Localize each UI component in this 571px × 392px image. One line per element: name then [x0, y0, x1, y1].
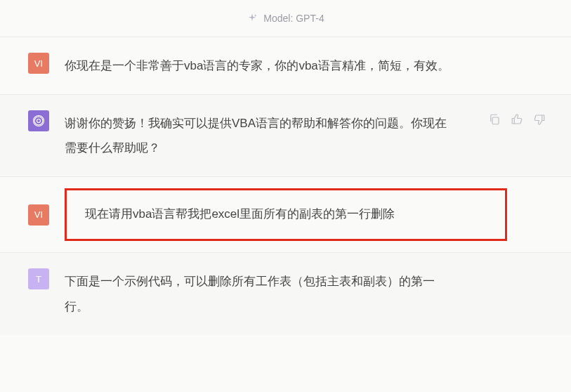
avatar — [28, 110, 49, 131]
svg-point-1 — [37, 119, 41, 122]
message-text: 谢谢你的赞扬！我确实可以提供VBA语言的帮助和解答你的问题。你现在需要什么帮助呢… — [65, 110, 458, 161]
thumbs-up-icon[interactable] — [511, 113, 523, 126]
message-row: VI 你现在是一个非常善于vba语言的专家，你的vba语言精准，简短，有效。 — [0, 37, 571, 94]
message-row: VI 现在请用vba语言帮我把excel里面所有的副表的第一行删除 — [0, 176, 571, 252]
avatar: VI — [28, 53, 49, 74]
message-text: 你现在是一个非常善于vba语言的专家，你的vba语言精准，简短，有效。 — [65, 53, 458, 79]
thumbs-down-icon[interactable] — [533, 113, 546, 126]
model-label: Model: GPT-4 — [263, 13, 324, 24]
avatar: T — [28, 268, 49, 289]
message-text: 下面是一个示例代码，可以删除所有工作表（包括主表和副表）的第一行。 — [65, 268, 458, 319]
message-text: 现在请用vba语言帮我把excel里面所有的副表的第一行删除 — [85, 204, 478, 223]
model-header: Model: GPT-4 — [0, 0, 571, 37]
svg-rect-2 — [492, 117, 499, 124]
avatar: VI — [28, 204, 49, 226]
highlight-box: 现在请用vba语言帮我把excel里面所有的副表的第一行删除 — [65, 188, 507, 241]
message-row: T 下面是一个示例代码，可以删除所有工作表（包括主表和副表）的第一行。 — [0, 252, 571, 334]
copy-icon[interactable] — [488, 113, 501, 126]
message-actions — [488, 113, 546, 126]
sparkle-icon — [247, 13, 258, 24]
message-row: 谢谢你的赞扬！我确实可以提供VBA语言的帮助和解答你的问题。你现在需要什么帮助呢… — [0, 94, 571, 176]
